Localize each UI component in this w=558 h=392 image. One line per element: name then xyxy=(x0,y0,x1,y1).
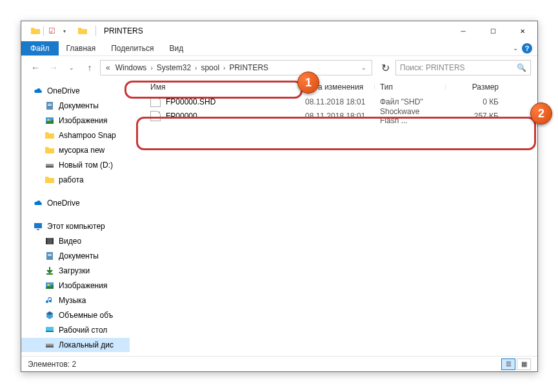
minimize-button[interactable]: ─ xyxy=(448,21,478,41)
explorer-window: ☑ ▾ PRINTERS ─ ☐ ✕ Файл Главная Поделить… xyxy=(21,21,538,372)
chevron-right-icon[interactable]: › xyxy=(194,64,198,72)
file-icon xyxy=(150,97,161,107)
file-name: FP00000.SHD xyxy=(166,97,215,106)
column-header-date[interactable]: Дата изменения xyxy=(300,83,375,92)
tree-item[interactable]: Загрузки xyxy=(21,264,130,278)
properties-icon[interactable]: ☑ xyxy=(46,26,57,36)
music-icon xyxy=(45,295,55,306)
search-input[interactable]: Поиск: PRINTERS 🔍 xyxy=(395,60,531,75)
tree-item[interactable]: Видео xyxy=(21,234,130,248)
pc-icon xyxy=(33,221,43,231)
nav-history-dropdown[interactable]: ⌄ xyxy=(64,60,79,75)
tree-item-label: Изображения xyxy=(59,281,107,290)
svg-rect-13 xyxy=(48,254,52,255)
ribbon-tab-view[interactable]: Вид xyxy=(161,41,191,55)
tree-item-label: Объемные объ xyxy=(59,311,113,320)
help-icon[interactable]: ? xyxy=(522,43,532,54)
maximize-button[interactable]: ☐ xyxy=(478,21,508,41)
tree-item[interactable]: Ashampoo Snap xyxy=(21,128,130,142)
desk-icon xyxy=(45,325,55,335)
tree-item-label: Документы xyxy=(59,101,99,110)
address-dropdown-icon[interactable]: ⌄ xyxy=(361,64,366,71)
ribbon-expand-icon[interactable]: ⌄ xyxy=(513,44,518,52)
tree-item[interactable]: работа xyxy=(21,173,130,187)
img-icon xyxy=(45,280,55,291)
titlebar: ☑ ▾ PRINTERS ─ ☐ ✕ xyxy=(21,21,537,41)
tree-item-label: OneDrive xyxy=(47,86,80,95)
view-details-button[interactable]: ☰ xyxy=(501,358,515,370)
img-icon xyxy=(45,115,55,126)
tree-item[interactable]: Музыка xyxy=(21,293,130,308)
tree-item[interactable]: Локальный дис xyxy=(21,338,130,352)
svg-rect-19 xyxy=(46,331,54,332)
tree-item[interactable]: Рабочий стол xyxy=(21,323,130,337)
tree-item[interactable]: мусорка new xyxy=(21,143,130,157)
status-bar: Элементов: 2 ☰ ▦ xyxy=(21,356,537,371)
breadcrumb-segment[interactable]: Windows xyxy=(113,63,150,72)
search-placeholder: Поиск: PRINTERS xyxy=(400,63,465,72)
tree-item-label: работа xyxy=(59,175,84,184)
ribbon: Файл Главная Поделиться Вид ⌄ ? xyxy=(21,41,537,56)
window-title: PRINTERS xyxy=(104,26,143,35)
navigation-pane[interactable]: OneDriveДокументыИзображенияAshampoo Sna… xyxy=(21,79,130,356)
tree-item-label: Загрузки xyxy=(59,266,90,275)
file-name: FP00000 xyxy=(166,112,197,121)
folder-icon xyxy=(45,145,55,155)
nav-forward-button[interactable]: → xyxy=(46,60,61,75)
file-rows: FP00000.SHD08.11.2018 18:01Файл "SHD"0 К… xyxy=(130,95,537,356)
svg-rect-1 xyxy=(48,104,52,104)
tree-item[interactable]: Документы xyxy=(21,249,130,263)
cloud-icon xyxy=(33,198,43,208)
svg-rect-21 xyxy=(46,346,54,348)
column-header-name[interactable]: Имя⌃ xyxy=(130,83,300,92)
qat-dropdown-icon[interactable]: ▾ xyxy=(59,26,70,36)
breadcrumb-segment[interactable]: System32 xyxy=(154,63,194,72)
tree-item-label: мусорка new xyxy=(59,146,105,155)
breadcrumb-segment[interactable]: PRINTERS xyxy=(226,63,271,72)
ribbon-tab-file[interactable]: Файл xyxy=(21,41,59,55)
column-header-type[interactable]: Тип xyxy=(375,83,446,92)
tree-item[interactable]: OneDrive xyxy=(21,196,130,210)
refresh-button[interactable]: ↻ xyxy=(377,60,393,75)
tree-item[interactable]: Новый том (D:) xyxy=(21,158,130,172)
chevron-right-icon[interactable]: › xyxy=(149,64,154,72)
svg-rect-7 xyxy=(34,223,42,228)
ribbon-tab-share[interactable]: Поделиться xyxy=(103,41,161,55)
folder-icon xyxy=(30,26,41,36)
tree-item[interactable]: Объемные объ xyxy=(21,308,130,322)
qat-separator xyxy=(43,26,44,35)
tree-item[interactable]: Этот компьютер xyxy=(21,219,130,233)
address-bar[interactable]: « Windows › System32 › spool › PRINTERS … xyxy=(100,60,372,75)
file-row[interactable]: FP00000.SHD08.11.2018 18:01Файл "SHD"0 К… xyxy=(130,95,537,109)
file-date: 08.11.2018 18:01 xyxy=(300,97,375,106)
window-folder-icon xyxy=(77,26,88,36)
folder-icon xyxy=(45,175,55,185)
navigation-bar: ← → ⌄ ↑ « Windows › System32 › spool › P… xyxy=(21,56,537,79)
column-header-size[interactable]: Размер xyxy=(446,83,504,92)
close-button[interactable]: ✕ xyxy=(508,21,537,41)
tree-item-label: Ashampoo Snap xyxy=(59,131,116,140)
view-icons-button[interactable]: ▦ xyxy=(517,358,531,370)
svg-rect-8 xyxy=(37,229,39,230)
ribbon-tab-home[interactable]: Главная xyxy=(59,41,104,55)
breadcrumb-prefix: « xyxy=(103,63,113,72)
tree-item-label: Видео xyxy=(59,237,81,246)
nav-back-button[interactable]: ← xyxy=(28,60,43,75)
tree-item[interactable]: Документы xyxy=(21,99,130,113)
svg-rect-6 xyxy=(46,166,54,168)
nav-up-button[interactable]: ↑ xyxy=(82,60,97,75)
svg-rect-10 xyxy=(46,238,47,244)
tree-item-label: Рабочий стол xyxy=(59,326,107,335)
chevron-right-icon[interactable]: › xyxy=(222,64,226,72)
file-row[interactable]: FP0000008.11.2018 18:01Shockwave Flash .… xyxy=(130,109,537,123)
content-area: OneDriveДокументыИзображенияAshampoo Sna… xyxy=(21,79,537,356)
file-size: 0 КБ xyxy=(446,97,504,106)
tree-item-label: Локальный дис xyxy=(59,340,114,349)
sort-indicator-icon: ⌃ xyxy=(215,80,219,86)
tree-item[interactable]: Изображения xyxy=(21,279,130,293)
tree-item[interactable]: Изображения xyxy=(21,113,130,128)
file-date: 08.11.2018 18:01 xyxy=(300,112,375,121)
breadcrumb-segment[interactable]: spool xyxy=(198,63,222,72)
tree-item[interactable]: OneDrive xyxy=(21,84,130,98)
column-headers: Имя⌃ Дата изменения Тип Размер xyxy=(130,79,537,95)
